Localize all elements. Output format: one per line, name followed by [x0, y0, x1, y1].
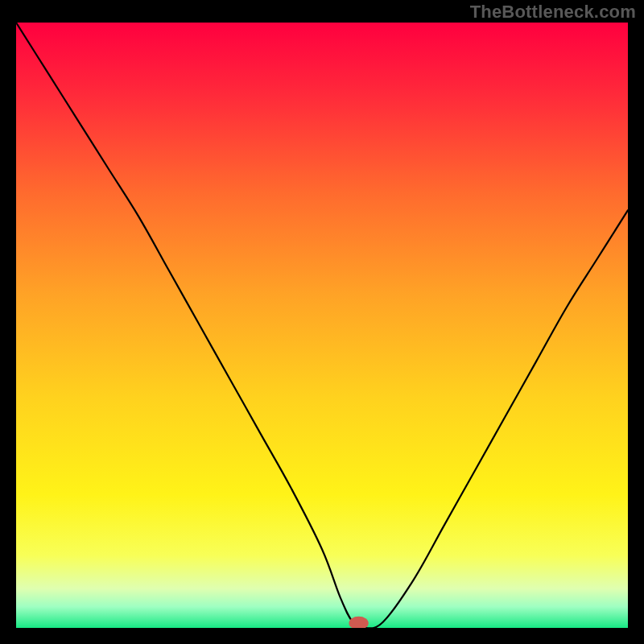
- watermark-label: TheBottleneck.com: [470, 2, 636, 23]
- bottleneck-plot: [16, 23, 628, 628]
- chart-frame: TheBottleneck.com: [0, 0, 644, 644]
- gradient-background: [16, 23, 628, 628]
- bottleneck-plot-svg: [16, 23, 628, 628]
